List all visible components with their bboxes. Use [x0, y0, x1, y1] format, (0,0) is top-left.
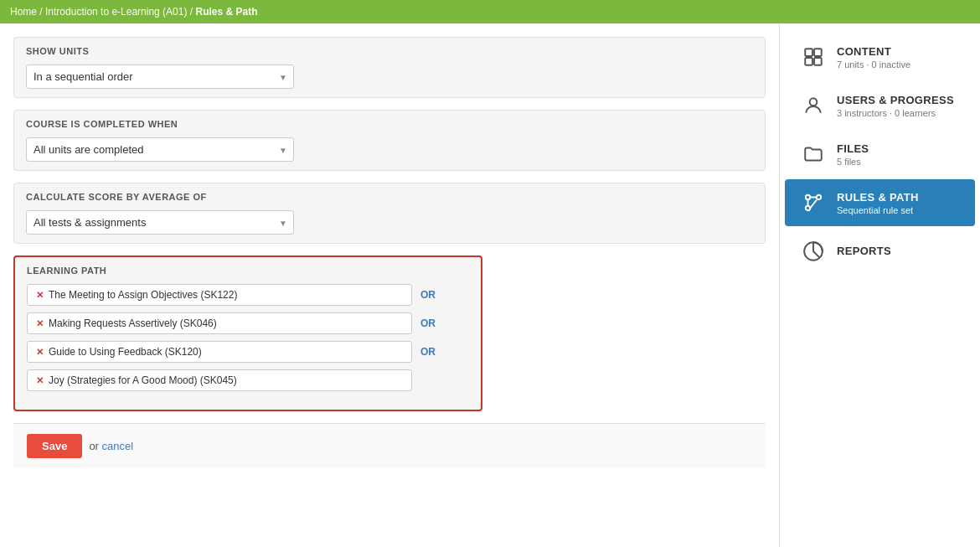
sidebar-content-text: CONTENT 7 units · 0 inactive: [837, 45, 910, 70]
sidebar-reports-title: REPORTS: [837, 245, 891, 257]
learning-path-section: LEARNING PATH ✕ The Meeting to Assign Ob…: [13, 255, 482, 411]
show-units-select-wrapper: In a sequential order In any order ▼: [26, 65, 294, 89]
svg-point-5: [806, 195, 810, 199]
completed-when-select-wrapper: All units are completed Any unit is comp…: [26, 137, 294, 162]
tag-3-text: Guide to Using Feedback (SK120): [49, 346, 202, 358]
sidebar-item-users-progress[interactable]: USERS & PROGRESS 3 instructors · 0 learn…: [785, 82, 975, 129]
learning-path-row-1: ✕ The Meeting to Assign Objectives (SK12…: [27, 284, 469, 306]
sidebar-files-text: FILES 5 files: [837, 142, 869, 167]
show-units-section: SHOW UNITS In a sequential order In any …: [13, 37, 766, 98]
main-layout: SHOW UNITS In a sequential order In any …: [0, 23, 980, 547]
svg-rect-3: [814, 58, 822, 65]
breadcrumb-home[interactable]: Home: [10, 6, 37, 18]
save-button[interactable]: Save: [27, 434, 82, 458]
sidebar-users-title: USERS & PROGRESS: [837, 94, 954, 106]
breadcrumb-current: Rules & Path: [195, 6, 257, 18]
cancel-link[interactable]: cancel: [102, 440, 134, 452]
sidebar-content-title: CONTENT: [837, 45, 910, 58]
sidebar-item-files[interactable]: FILES 5 files: [785, 131, 975, 178]
course-completed-section: COURSE IS COMPLETED WHEN All units are c…: [13, 110, 766, 171]
or-cancel-text: or cancel: [89, 440, 133, 452]
svg-point-6: [817, 195, 821, 199]
svg-rect-2: [805, 58, 812, 65]
sidebar-content-subtitle: 7 units · 0 inactive: [837, 59, 910, 70]
svg-rect-1: [814, 49, 822, 56]
learning-path-label: LEARNING PATH: [27, 266, 469, 276]
users-icon: [798, 90, 828, 121]
learning-path-tag-4: ✕ Joy (Strategies for A Good Mood) (SK04…: [27, 369, 412, 391]
svg-point-7: [806, 206, 810, 210]
rules-icon: [798, 188, 828, 218]
remove-tag-4-icon[interactable]: ✕: [36, 375, 44, 386]
learning-path-row-2: ✕ Making Requests Assertively (SK046) OR: [27, 312, 469, 334]
sidebar-item-content[interactable]: CONTENT 7 units · 0 inactive: [785, 34, 975, 80]
or-label-3[interactable]: OR: [420, 346, 436, 358]
sidebar: CONTENT 7 units · 0 inactive USERS & PRO…: [779, 23, 980, 547]
tag-4-text: Joy (Strategies for A Good Mood) (SK045): [49, 374, 237, 386]
calculate-score-label: CALCULATE SCORE BY AVERAGE OF: [26, 192, 753, 202]
breadcrumb-bar: Home / Introduction to e-Learning (A01) …: [0, 0, 980, 23]
calculate-score-select[interactable]: All tests & assignments Selected tests N…: [26, 210, 294, 235]
folder-icon: [798, 139, 828, 169]
sidebar-reports-text: REPORTS: [837, 245, 891, 259]
sidebar-rules-text: RULES & PATH Sequential rule set: [837, 191, 919, 215]
show-units-label: SHOW UNITS: [26, 46, 753, 56]
chart-icon: [798, 236, 828, 266]
remove-tag-3-icon[interactable]: ✕: [36, 347, 44, 358]
grid-icon: [798, 42, 828, 72]
content-area: SHOW UNITS In a sequential order In any …: [0, 23, 779, 547]
or-label-1[interactable]: OR: [420, 289, 436, 301]
calculate-score-section: CALCULATE SCORE BY AVERAGE OF All tests …: [13, 183, 766, 244]
tag-2-text: Making Requests Assertively (SK046): [49, 317, 217, 329]
completed-when-select[interactable]: All units are completed Any unit is comp…: [26, 137, 294, 162]
remove-tag-1-icon[interactable]: ✕: [36, 290, 44, 301]
show-units-select[interactable]: In a sequential order In any order: [26, 65, 294, 89]
sidebar-users-subtitle: 3 instructors · 0 learners: [837, 108, 954, 118]
learning-path-tag-1: ✕ The Meeting to Assign Objectives (SK12…: [27, 284, 412, 306]
learning-path-row-3: ✕ Guide to Using Feedback (SK120) OR: [27, 341, 469, 363]
learning-path-tag-2: ✕ Making Requests Assertively (SK046): [27, 312, 412, 334]
remove-tag-2-icon[interactable]: ✕: [36, 318, 44, 329]
sidebar-rules-subtitle: Sequential rule set: [837, 205, 919, 215]
sidebar-rules-title: RULES & PATH: [837, 191, 919, 204]
svg-line-10: [810, 200, 817, 209]
sidebar-item-reports[interactable]: REPORTS: [785, 228, 975, 275]
sidebar-users-text: USERS & PROGRESS 3 instructors · 0 learn…: [837, 94, 954, 118]
svg-point-4: [810, 98, 818, 106]
learning-path-tag-3: ✕ Guide to Using Feedback (SK120): [27, 341, 412, 363]
calculate-score-select-wrapper: All tests & assignments Selected tests N…: [26, 210, 294, 235]
tag-1-text: The Meeting to Assign Objectives (SK122): [49, 289, 237, 301]
course-completed-label: COURSE IS COMPLETED WHEN: [26, 119, 753, 129]
learning-path-row-4: ✕ Joy (Strategies for A Good Mood) (SK04…: [27, 369, 469, 391]
sidebar-item-rules-path[interactable]: RULES & PATH Sequential rule set: [785, 179, 975, 226]
learning-path-items: ✕ The Meeting to Assign Objectives (SK12…: [27, 284, 469, 391]
breadcrumb-course[interactable]: Introduction to e-Learning (A01): [45, 6, 187, 18]
breadcrumb: Home / Introduction to e-Learning (A01) …: [10, 6, 258, 18]
save-bar: Save or cancel: [13, 423, 766, 468]
sidebar-files-subtitle: 5 files: [837, 157, 869, 167]
sidebar-files-title: FILES: [837, 142, 869, 155]
or-label-2[interactable]: OR: [420, 317, 436, 329]
svg-rect-0: [805, 49, 812, 56]
